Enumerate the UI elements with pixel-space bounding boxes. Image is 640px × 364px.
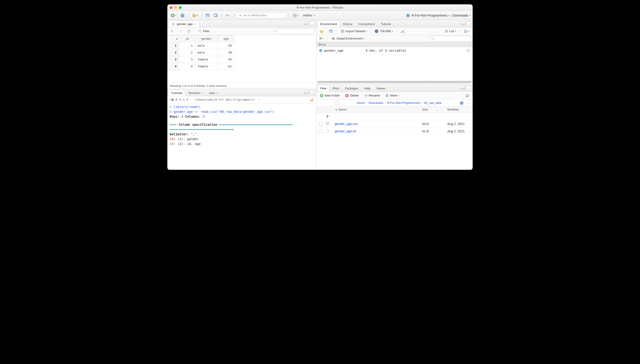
broom-icon [400, 29, 405, 33]
tab-help[interactable]: Help [361, 85, 373, 92]
tab-gender-age[interactable]: gender_age × [168, 21, 199, 27]
table-row[interactable]: 33female45 [168, 56, 234, 63]
select-all-checkbox[interactable] [335, 101, 339, 105]
file-row[interactable]: gender_age.txt 61 B Aug 2, 2021 [316, 128, 473, 135]
minimize-pane-button[interactable] [461, 86, 465, 90]
table-row[interactable]: 11male20 [168, 42, 234, 49]
refresh-icon [465, 94, 469, 98]
print-button[interactable] [224, 12, 231, 18]
zoom-window-button[interactable] [179, 6, 182, 9]
minimize-window-button[interactable] [174, 6, 177, 9]
tab-jobs[interactable]: Jobs× [206, 90, 221, 96]
svg-rect-10 [227, 16, 229, 17]
save-all-button[interactable] [212, 12, 219, 18]
tab-plots[interactable]: Plots [329, 85, 342, 92]
maximize-pane-button[interactable] [466, 21, 471, 25]
col-age[interactable]: age [223, 37, 229, 40]
new-folder-button[interactable]: New Folder [318, 92, 341, 98]
minimize-pane-button[interactable] [304, 21, 309, 25]
list-icon [444, 29, 448, 33]
tab-tutorial[interactable]: Tutorial [378, 21, 394, 27]
file-list-header: ▲ Name Size Modified [316, 106, 473, 113]
tab-files[interactable]: Files [317, 85, 329, 92]
col-id[interactable]: id [185, 37, 189, 40]
env-search-input[interactable] [429, 36, 471, 41]
open-file-button[interactable]: ▾ [191, 12, 199, 18]
crumb-rawdata[interactable]: 00_raw_data [424, 101, 441, 104]
popout-icon[interactable] [257, 98, 261, 102]
tab-environment[interactable]: Environment [317, 21, 340, 27]
env-scope-button[interactable]: Global Environment ▾ [330, 36, 366, 42]
tab-terminal[interactable]: Terminal× [185, 90, 206, 96]
minimize-pane-button[interactable] [304, 90, 309, 94]
popout-button[interactable] [186, 28, 192, 34]
crumb-downloads[interactable]: Downloads [368, 101, 383, 104]
save-workspace-button[interactable] [327, 28, 334, 34]
clear-console-button[interactable] [310, 98, 314, 102]
file-name[interactable]: gender_age.txt [335, 130, 422, 133]
goto-file-input[interactable]: Go to file/function [236, 12, 286, 18]
maximize-pane-button[interactable] [310, 21, 314, 25]
folder-open-icon [320, 29, 324, 33]
tab-history[interactable]: History [340, 21, 355, 27]
file-checkbox[interactable] [319, 122, 323, 126]
rename-button[interactable]: Rename [362, 92, 381, 98]
load-workspace-button[interactable] [318, 28, 325, 34]
refresh-files-button[interactable] [464, 92, 471, 98]
addins-dropdown[interactable]: Addins ▾ [303, 14, 315, 17]
table-row[interactable]: 22male38 [168, 49, 234, 56]
table-row[interactable]: 44female62 [168, 63, 234, 70]
r-version: R 4.1.0 [176, 98, 188, 101]
new-file-button[interactable]: ▾ [169, 12, 178, 18]
env-var-row[interactable]: gender_age 4 obs. of 3 variables [316, 47, 473, 54]
close-icon[interactable]: × [201, 91, 203, 95]
console-output[interactable]: > library(readr) > gender_age <- read_cs… [167, 103, 316, 170]
back-button[interactable] [169, 28, 175, 34]
more-button[interactable]: More▾ [384, 92, 400, 98]
env-icon [331, 36, 335, 41]
maximize-pane-button[interactable] [310, 90, 314, 94]
project-menu[interactable]: R R-For-Non-Programmers — Downloads ▾ [406, 13, 471, 18]
forward-button[interactable] [178, 28, 184, 34]
col-name[interactable]: Name [339, 108, 347, 111]
file-row-up[interactable]: .. [316, 113, 473, 120]
goto-project-dir-button[interactable]: R [459, 101, 464, 105]
memory-usage-button[interactable]: 758 MiB ▾ [373, 28, 394, 34]
scrollbar[interactable] [317, 81, 472, 83]
view-table-icon[interactable] [466, 48, 470, 52]
refresh-env-button[interactable]: ▾ [462, 28, 471, 34]
save-button[interactable] [204, 12, 211, 18]
close-icon[interactable]: × [194, 22, 196, 26]
file-row[interactable]: gender_age.csv 64 B Aug 2, 2021 [316, 120, 473, 128]
file-checkbox[interactable] [319, 130, 323, 133]
new-project-button[interactable] [179, 12, 186, 18]
tab-console[interactable]: Console [168, 90, 185, 96]
list-view-button[interactable]: List ▾ [443, 28, 457, 34]
panes-button[interactable]: ▾ [291, 12, 300, 18]
more-paths-button[interactable]: … [465, 100, 471, 106]
maximize-pane-button[interactable] [466, 86, 471, 90]
svg-text:R: R [172, 98, 174, 102]
data-search-input[interactable] [273, 28, 314, 34]
col-modified[interactable]: Modified [447, 108, 473, 111]
close-icon[interactable]: × [216, 91, 218, 95]
data-grid[interactable]: ▲ id◇ gender◇ age◇ 11male2022male3833fem… [167, 35, 316, 83]
language-scope-button[interactable]: R ▾ [318, 36, 325, 42]
filter-button[interactable]: Filter [197, 28, 211, 34]
expand-icon[interactable] [319, 48, 323, 52]
minimize-pane-button[interactable] [461, 21, 465, 25]
svg-rect-25 [341, 30, 344, 33]
tab-packages[interactable]: Packages [342, 85, 361, 92]
tab-viewer[interactable]: Viewer [373, 85, 388, 92]
col-size[interactable]: Size [422, 108, 447, 111]
close-window-button[interactable] [170, 6, 172, 9]
crumb-home[interactable]: Home [357, 101, 365, 104]
tab-connections[interactable]: Connections [355, 21, 378, 27]
clear-env-button[interactable] [399, 28, 406, 34]
col-gender[interactable]: gender [201, 37, 212, 40]
import-dataset-button[interactable]: Import Dataset ▾ [339, 28, 368, 34]
crumb-project[interactable]: R-For-Non-Programmers [387, 101, 420, 104]
file-name[interactable]: gender_age.csv [335, 122, 422, 126]
delete-button[interactable]: Delete [343, 92, 360, 98]
sort-indicator-icon: ▲ [176, 37, 178, 40]
